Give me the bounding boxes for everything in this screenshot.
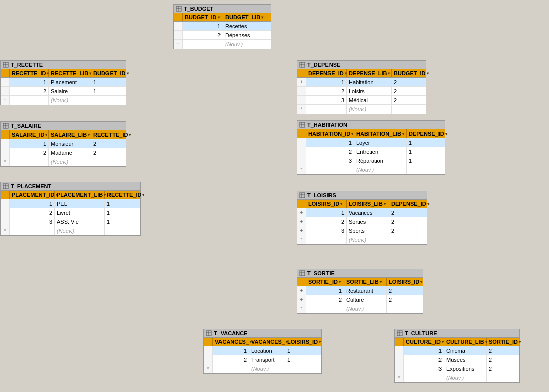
- table-title-t_salaire[interactable]: T_SALAIRE: [1, 122, 126, 130]
- col-header-t_salaire-1[interactable]: SALAIRE_LIB▾: [49, 130, 91, 139]
- col-header-t_placement-1[interactable]: PLACEMENT_LIB▾: [55, 191, 105, 199]
- cell-t_culture-2-1[interactable]: Expositions: [444, 364, 487, 373]
- table-row-t_recette-2[interactable]: *(Nouv.): [1, 96, 126, 105]
- cell-t_vacance-0-2[interactable]: 1: [285, 346, 321, 355]
- cell-t_depense-2-1[interactable]: Médical: [347, 96, 392, 104]
- cell-t_sortie-0-0[interactable]: 1: [306, 286, 344, 295]
- cell-t_vacance-0-0[interactable]: 1: [213, 346, 249, 355]
- cell-t_depense-1-2[interactable]: 2: [392, 87, 426, 95]
- table-row-t_culture-2[interactable]: 3Expositions2: [395, 364, 519, 373]
- table-row-t_depense-0[interactable]: +1Habitation2: [297, 78, 426, 87]
- cell-t_culture-1-1[interactable]: Musées: [444, 355, 487, 364]
- cell-t_sortie-1-0[interactable]: 2: [306, 295, 344, 304]
- cell-t_vacance-2-2[interactable]: [285, 364, 321, 373]
- cell-t_loisirs-0-2[interactable]: 2: [389, 208, 427, 217]
- cell-t_placement-1-1[interactable]: Livret: [55, 208, 105, 217]
- table-row-t_sortie-0[interactable]: +1Restaurant2: [297, 286, 423, 295]
- table-row-t_placement-2[interactable]: 3ASS. Vie1: [1, 217, 140, 226]
- table-row-t_depense-2[interactable]: 3Médical2: [297, 96, 426, 105]
- table-row-t_placement-3[interactable]: *(Nouv.): [1, 226, 140, 235]
- cell-t_depense-1-0[interactable]: 2: [306, 87, 347, 95]
- table-row-t_habitation-0[interactable]: 1Loyer1: [297, 138, 445, 147]
- cell-t_budget-2-1[interactable]: (Nouv.): [223, 40, 271, 49]
- cell-t_recette-1-2[interactable]: 1: [91, 87, 126, 95]
- cell-t_depense-1-1[interactable]: Loisirs: [347, 87, 392, 95]
- cell-t_budget-1-1[interactable]: Dépenses: [223, 31, 271, 39]
- cell-t_loisirs-3-0[interactable]: [306, 235, 347, 244]
- table-row-t_loisirs-2[interactable]: +3Sports2: [297, 226, 427, 235]
- cell-t_salaire-2-2[interactable]: [91, 157, 126, 166]
- table-title-t_budget[interactable]: T_BUDGET: [174, 5, 271, 13]
- cell-t_placement-3-1[interactable]: (Nouv.): [55, 226, 105, 235]
- col-header-t_recette-0[interactable]: RECETTE_ID▾: [10, 69, 49, 77]
- col-header-t_sortie-2[interactable]: LOISIRS_ID▾: [387, 278, 423, 286]
- col-header-t_habitation-1[interactable]: HABITATION_LIB▾: [354, 129, 407, 138]
- cell-t_placement-3-0[interactable]: [10, 226, 55, 235]
- cell-t_culture-2-0[interactable]: 3: [404, 364, 444, 373]
- table-row-t_loisirs-0[interactable]: +1Vacances2: [297, 208, 427, 217]
- cell-t_depense-2-2[interactable]: 2: [392, 96, 426, 104]
- table-row-t_culture-0[interactable]: 1Cinéma2: [395, 346, 519, 355]
- cell-t_salaire-0-1[interactable]: Monsieur: [49, 139, 91, 148]
- cell-t_sortie-0-2[interactable]: 2: [387, 286, 423, 295]
- cell-t_habitation-3-2[interactable]: [407, 165, 445, 174]
- table-row-t_sortie-2[interactable]: *(Nouv.): [297, 304, 423, 313]
- cell-t_culture-1-2[interactable]: 2: [487, 355, 519, 364]
- col-header-t_habitation-2[interactable]: DEPENSE_ID▾: [407, 129, 445, 138]
- cell-t_placement-2-0[interactable]: 3: [10, 217, 55, 226]
- cell-t_culture-3-2[interactable]: [487, 373, 519, 382]
- cell-t_vacance-2-1[interactable]: (Nouv.): [249, 364, 285, 373]
- cell-t_placement-0-0[interactable]: 1: [10, 199, 55, 208]
- table-row-t_budget-2[interactable]: *(Nouv.): [174, 40, 271, 49]
- col-header-t_recette-2[interactable]: BUDGET_ID▾: [91, 69, 126, 77]
- cell-t_budget-1-0[interactable]: 2: [183, 31, 223, 39]
- cell-t_habitation-1-1[interactable]: Entretien: [354, 147, 407, 156]
- table-row-t_sortie-1[interactable]: +2Culture2: [297, 295, 423, 304]
- col-header-t_loisirs-0[interactable]: LOISIRS_ID▾: [306, 200, 347, 208]
- cell-t_placement-0-1[interactable]: PEL: [55, 199, 105, 208]
- col-header-t_placement-0[interactable]: PLACEMENT_ID▾: [10, 191, 55, 199]
- table-row-t_habitation-2[interactable]: 3Réparation1: [297, 156, 445, 165]
- cell-t_salaire-0-2[interactable]: 2: [91, 139, 126, 148]
- cell-t_depense-0-0[interactable]: 1: [306, 78, 347, 86]
- cell-t_vacance-1-0[interactable]: 2: [213, 355, 249, 364]
- cell-t_loisirs-3-2[interactable]: [389, 235, 427, 244]
- cell-t_placement-1-2[interactable]: 1: [105, 208, 140, 217]
- cell-t_budget-0-0[interactable]: 1: [183, 22, 223, 30]
- cell-t_recette-0-1[interactable]: Placement: [49, 78, 91, 86]
- cell-t_habitation-2-0[interactable]: 3: [306, 156, 354, 165]
- cell-t_placement-3-2[interactable]: [105, 226, 140, 235]
- table-row-t_loisirs-3[interactable]: *(Nouv.): [297, 235, 427, 244]
- table-title-t_recette[interactable]: T_RECETTE: [1, 61, 126, 69]
- cell-t_recette-2-2[interactable]: [91, 96, 126, 105]
- cell-t_loisirs-2-2[interactable]: 2: [389, 226, 427, 235]
- cell-t_salaire-1-0[interactable]: 2: [10, 148, 49, 157]
- cell-t_budget-0-1[interactable]: Recettes: [223, 22, 271, 30]
- cell-t_recette-0-0[interactable]: 1: [10, 78, 49, 86]
- cell-t_recette-2-1[interactable]: (Nouv.): [49, 96, 91, 105]
- table-row-t_culture-1[interactable]: 2Musées2: [395, 355, 519, 364]
- cell-t_placement-2-2[interactable]: 1: [105, 217, 140, 226]
- table-title-t_culture[interactable]: T_CULTURE: [395, 329, 519, 338]
- cell-t_loisirs-2-0[interactable]: 3: [306, 226, 347, 235]
- cell-t_culture-0-1[interactable]: Cinéma: [444, 346, 487, 355]
- cell-t_loisirs-1-2[interactable]: 2: [389, 217, 427, 226]
- col-header-t_budget-0[interactable]: BUDGET_ID▾: [183, 13, 223, 21]
- cell-t_sortie-0-1[interactable]: Restaurant: [344, 286, 387, 295]
- cell-t_depense-3-2[interactable]: [392, 105, 426, 114]
- cell-t_depense-3-1[interactable]: (Nouv.): [347, 105, 392, 114]
- cell-t_loisirs-1-1[interactable]: Sorties: [347, 217, 389, 226]
- table-row-t_habitation-3[interactable]: *(Nouv.): [297, 165, 445, 174]
- table-row-t_salaire-2[interactable]: *(Nouv.): [1, 157, 126, 166]
- col-header-t_culture-2[interactable]: SORTIE_ID▾: [487, 338, 519, 346]
- cell-t_habitation-0-1[interactable]: Loyer: [354, 138, 407, 147]
- cell-t_habitation-2-1[interactable]: Réparation: [354, 156, 407, 165]
- cell-t_salaire-2-0[interactable]: [10, 157, 49, 166]
- cell-t_budget-2-0[interactable]: [183, 40, 223, 49]
- cell-t_loisirs-1-0[interactable]: 2: [306, 217, 347, 226]
- cell-t_depense-3-0[interactable]: [306, 105, 347, 114]
- table-row-t_depense-1[interactable]: 2Loisirs2: [297, 87, 426, 96]
- cell-t_vacance-0-1[interactable]: Location: [249, 346, 285, 355]
- cell-t_vacance-1-1[interactable]: Transport: [249, 355, 285, 364]
- table-row-t_budget-0[interactable]: +1Recettes: [174, 22, 271, 31]
